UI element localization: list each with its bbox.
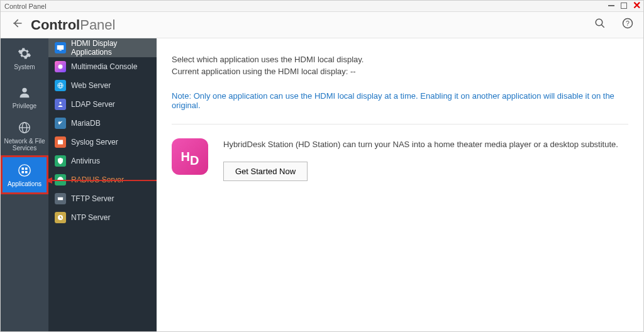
nav-item-applications[interactable]: Applications — [1, 155, 48, 194]
card-description: HybridDesk Station (HD Station) can turn… — [223, 140, 628, 149]
ldap-icon — [55, 99, 66, 110]
nav-label-applications: Applications — [8, 180, 42, 187]
subnav-label: MariaDB — [71, 119, 101, 128]
subnav-item-tftp[interactable]: TFTP Server — [48, 189, 157, 208]
hd-station-icon: HD — [172, 138, 208, 175]
maximize-button[interactable] — [621, 3, 627, 9]
svg-rect-14 — [59, 50, 62, 51]
page-title: ControlPanel — [31, 17, 115, 33]
svg-rect-10 — [25, 167, 28, 170]
svg-point-19 — [59, 102, 62, 104]
intro-line-1: Select which application uses the HDMI l… — [172, 55, 628, 64]
divider — [172, 124, 628, 124]
svg-rect-13 — [57, 45, 64, 50]
subnav-item-mariadb[interactable]: MariaDB — [48, 114, 157, 133]
subnav-label: Antivirus — [71, 157, 100, 165]
subnav-item-ntp[interactable]: NTP Server — [48, 208, 157, 227]
window-titlebar: Control Panel ✕ — [1, 1, 643, 12]
globe-icon — [55, 80, 66, 91]
subnav-item-hdmi[interactable]: HDMI Display Applications — [48, 38, 157, 57]
tftp-icon — [55, 193, 66, 204]
nav-label-privilege: Privilege — [13, 102, 36, 109]
svg-rect-23 — [58, 197, 63, 201]
nav-item-privilege[interactable]: Privilege — [1, 77, 48, 116]
close-button[interactable]: ✕ — [632, 1, 641, 10]
back-arrow-icon[interactable] — [11, 17, 23, 33]
subnav-item-multimedia[interactable]: Multimedia Console — [48, 57, 157, 76]
page-title-b: Panel — [80, 17, 115, 33]
svg-point-0 — [596, 19, 602, 26]
nav-item-system[interactable]: System — [1, 38, 48, 77]
subnav-label: Syslog Server — [71, 138, 118, 147]
syslog-icon — [55, 136, 66, 148]
subnav-label: NTP Server — [71, 213, 110, 222]
subnav-item-webserver[interactable]: Web Server — [48, 76, 157, 95]
user-icon — [17, 85, 32, 100]
clock-icon — [55, 212, 66, 223]
display-icon — [55, 42, 66, 53]
subnav-item-ldap[interactable]: LDAP Server — [48, 95, 157, 114]
get-started-button[interactable]: Get Started Now — [223, 162, 308, 181]
nav-label-network: Network & File Services — [1, 138, 48, 152]
subnav-label: TFTP Server — [71, 194, 114, 203]
svg-line-1 — [601, 25, 604, 28]
window-controls: ✕ — [607, 1, 641, 10]
subnav-item-syslog[interactable]: Syslog Server — [48, 133, 157, 152]
subnav: HDMI Display Applications Multimedia Con… — [48, 38, 157, 331]
svg-rect-12 — [25, 170, 28, 173]
svg-text:?: ? — [626, 19, 630, 27]
search-icon[interactable] — [594, 18, 606, 32]
subnav-label: LDAP Server — [71, 100, 115, 109]
svg-point-15 — [58, 65, 63, 69]
control-panel-window: Control Panel ✕ ControlPanel ? Syst — [0, 0, 644, 332]
subnav-item-radius[interactable]: RADIUS Server — [48, 170, 157, 189]
content-pane: Select which application uses the HDMI l… — [157, 38, 643, 331]
help-icon[interactable]: ? — [622, 18, 633, 32]
intro-line-2: Current application using the HDMI local… — [172, 67, 628, 76]
window-title: Control Panel — [4, 3, 47, 10]
svg-rect-11 — [21, 170, 24, 173]
subnav-label: HDMI Display Applications — [71, 39, 150, 57]
svg-point-4 — [22, 87, 26, 92]
svg-marker-22 — [48, 177, 52, 184]
database-icon — [55, 118, 66, 129]
svg-point-8 — [19, 164, 30, 175]
hd-station-card: HD HybridDesk Station (HD Station) can t… — [172, 138, 628, 181]
page-title-a: Control — [31, 17, 80, 33]
multimedia-icon — [55, 61, 66, 72]
apps-icon — [17, 163, 32, 178]
gear-icon — [17, 46, 32, 61]
nav-rail: System Privilege Network & File Services… — [1, 38, 48, 331]
nav-item-network[interactable]: Network & File Services — [1, 116, 48, 155]
subnav-label: Multimedia Console — [71, 62, 137, 71]
svg-rect-20 — [58, 140, 63, 145]
note-text: Note: Only one application can use the H… — [172, 91, 628, 110]
subnav-label: RADIUS Server — [71, 175, 124, 184]
subnav-item-antivirus[interactable]: Antivirus — [48, 152, 157, 170]
shield-icon — [55, 155, 66, 167]
minimize-button[interactable] — [607, 1, 616, 10]
radius-icon — [55, 174, 66, 185]
svg-rect-9 — [21, 167, 24, 170]
globe-icon — [17, 120, 32, 135]
nav-label-system: System — [14, 64, 35, 70]
subnav-label: Web Server — [71, 81, 111, 90]
card-body: HybridDesk Station (HD Station) can turn… — [223, 138, 628, 181]
body: System Privilege Network & File Services… — [1, 38, 643, 331]
header-bar: ControlPanel ? — [1, 12, 643, 38]
